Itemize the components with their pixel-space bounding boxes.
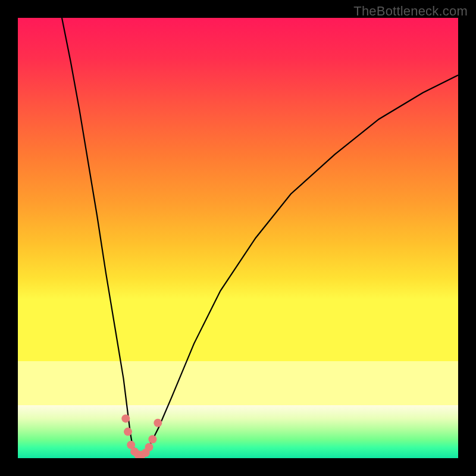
chart-svg [18,18,458,458]
valley-dot [124,428,132,436]
valley-dot [154,419,162,427]
plot-area [18,18,458,458]
valley-dot [145,443,154,452]
watermark-text: TheBottleneck.com [353,4,468,19]
left-curve [62,18,141,458]
valley-dot [148,435,156,443]
right-curve [141,75,458,458]
valley-dot [121,414,130,422]
valley-dots-group [121,414,162,458]
outer-frame: TheBottleneck.com [0,0,476,476]
